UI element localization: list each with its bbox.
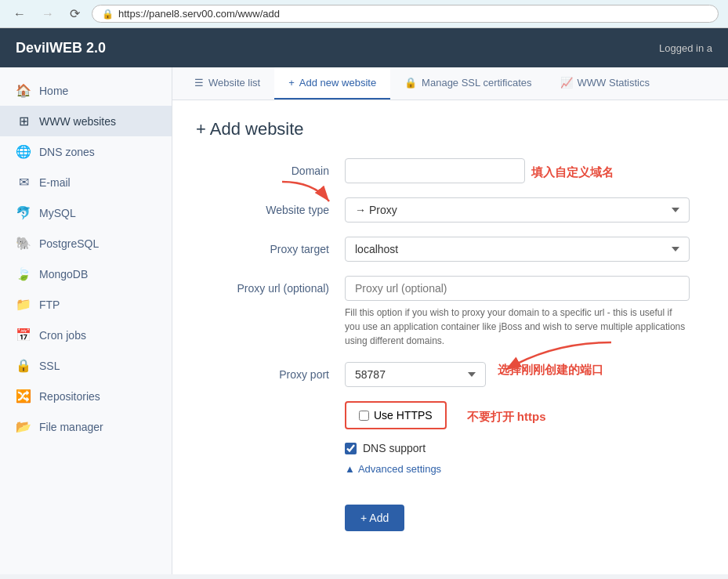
header: DevilWEB 2.0 Logged in a [0,28,728,67]
sidebar-item-label: WWW websites [39,115,116,128]
tab-website-list[interactable]: ☰ Website list [180,67,274,100]
port-annotation: 选择刚刚创建的端口 [498,359,603,378]
dns-checkbox-row: DNS support [345,442,704,454]
use-https-checkbox[interactable] [359,411,369,421]
website-type-label: Website type [196,197,345,216]
sidebar: 🏠 Home ⊞ WWW websites 🌐 DNS zones ✉ E-ma… [0,67,172,574]
use-https-label[interactable]: Use HTTPS [374,409,433,422]
home-icon: 🏠 [16,83,31,98]
sidebar-item-label: Cron jobs [39,329,86,342]
ftp-icon: 📁 [16,297,31,312]
domain-label: Domain [196,158,345,177]
sidebar-item-label: MongoDB [39,268,88,280]
tab-stats[interactable]: 📈 WWW Statistics [546,67,664,100]
tab-label: Add new website [299,77,376,89]
sidebar-item-repos[interactable]: 🔀 Repositories [0,381,172,411]
https-checkbox-box: Use HTTPS [345,401,447,429]
tabs-bar: ☰ Website list + Add new website 🔒 Manag… [172,67,728,100]
dns-icon: 🌐 [16,144,31,159]
sidebar-item-ssl[interactable]: 🔒 SSL [0,350,172,381]
domain-row: Domain dairoot.serv00.net 填入自定义域名 [196,158,704,183]
files-icon: 📂 [16,419,31,434]
dns-support-label[interactable]: DNS support [363,442,426,454]
tab-label: WWW Statistics [578,77,650,89]
stats-tab-icon: 📈 [560,77,573,89]
add-button[interactable]: + Add [345,505,404,531]
postgresql-icon: 🐘 [16,236,31,251]
proxy-port-label: Proxy port [196,362,345,381]
sidebar-item-label: SSL [39,360,60,372]
add-button-wrap: + Add [345,505,704,531]
sidebar-item-label: E-mail [39,176,71,189]
chevron-up-icon: ▲ [345,463,355,475]
tab-ssl[interactable]: 🔒 Manage SSL certificates [390,67,545,100]
ssl-tab-icon: 🔒 [404,77,417,89]
secure-icon: 🔒 [102,9,114,20]
proxy-url-row: Proxy url (optional) Fill this option if… [196,276,704,348]
sidebar-item-ftp[interactable]: 📁 FTP [0,289,172,320]
page-title: + Add website [196,119,704,139]
mongodb-icon: 🍃 [16,266,31,281]
domain-control-wrap: dairoot.serv00.net 填入自定义域名 [345,158,690,183]
add-website-icon: + [288,77,295,89]
proxy-target-control-wrap: localhost [345,237,690,262]
app-title: DevilWEB 2.0 [16,40,106,56]
domain-input[interactable]: dairoot.serv00.net [345,158,525,183]
domain-annotation: 填入自定义域名 [531,161,614,180]
main-body: 🏠 Home ⊞ WWW websites 🌐 DNS zones ✉ E-ma… [0,67,728,574]
website-type-row: Website type [196,197,704,223]
sidebar-item-home[interactable]: 🏠 Home [0,75,172,106]
ssl-icon: 🔒 [16,358,31,373]
url-bar[interactable]: 🔒 https://panel8.serv00.com/www/add [92,5,719,23]
website-list-icon: ☰ [194,77,204,89]
advanced-settings-label: Advanced settings [358,463,441,475]
tab-label: Website list [208,77,260,89]
forward-button[interactable]: → [38,5,58,23]
sidebar-item-label: MySQL [39,207,76,219]
sidebar-item-label: Repositories [39,390,100,403]
app: DevilWEB 2.0 Logged in a 🏠 Home ⊞ WWW we… [0,28,728,574]
sidebar-item-dns[interactable]: 🌐 DNS zones [0,136,172,167]
proxy-target-select[interactable]: localhost [345,237,690,262]
sidebar-item-postgresql[interactable]: 🐘 PostgreSQL [0,228,172,259]
sidebar-item-label: File manager [39,421,103,433]
dns-support-checkbox[interactable] [345,443,357,454]
page-content: + Add website Domain dairoot.serv00.net … [172,100,728,550]
website-type-control-wrap: → Proxy [345,197,690,223]
tab-add-website[interactable]: + Add new website [274,67,390,100]
proxy-url-label: Proxy url (optional) [196,276,345,295]
advanced-settings-link[interactable]: ▲ Advanced settings [345,463,441,475]
sidebar-item-mysql[interactable]: 🐬 MySQL [0,197,172,228]
cron-icon: 📅 [16,327,31,342]
sidebar-item-files[interactable]: 📂 File manager [0,411,172,442]
email-icon: ✉ [16,175,31,190]
sidebar-item-mongodb[interactable]: 🍃 MongoDB [0,259,172,289]
sidebar-item-email[interactable]: ✉ E-mail [0,167,172,197]
sidebar-item-label: PostgreSQL [39,237,99,250]
sidebar-item-label: FTP [39,299,60,311]
url-text: https://panel8.serv00.com/www/add [118,8,280,20]
proxy-port-select[interactable]: 58787 [345,362,486,387]
content-area: ☰ Website list + Add new website 🔒 Manag… [172,67,728,574]
repos-icon: 🔀 [16,389,31,403]
refresh-button[interactable]: ⟳ [66,5,84,23]
sidebar-item-www[interactable]: ⊞ WWW websites [0,106,172,136]
proxy-target-label: Proxy target [196,237,345,255]
back-button[interactable]: ← [9,5,30,23]
logged-in-text: Logged in a [659,42,712,54]
browser-bar: ← → ⟳ 🔒 https://panel8.serv00.com/www/ad… [0,0,728,28]
proxy-port-row: Proxy port 58787 [196,362,704,387]
proxy-port-control-wrap: 58787 选择刚刚创建的端口 [345,362,690,387]
proxy-url-control-wrap: Fill this option if you wish to proxy yo… [345,276,690,348]
https-annotation: 不要打开 https [467,410,546,425]
advanced-settings-wrap: ▲ Advanced settings [345,462,704,490]
sidebar-item-label: DNS zones [39,146,95,158]
mysql-icon: 🐬 [16,205,31,220]
www-icon: ⊞ [16,114,31,128]
proxy-target-row: Proxy target localhost [196,237,704,262]
sidebar-item-cron[interactable]: 📅 Cron jobs [0,320,172,350]
sidebar-item-label: Home [39,85,68,97]
https-box-wrap: Use HTTPS 不要打开 https [345,401,546,432]
website-type-select[interactable]: → Proxy [345,197,690,223]
proxy-url-input[interactable] [345,276,690,301]
